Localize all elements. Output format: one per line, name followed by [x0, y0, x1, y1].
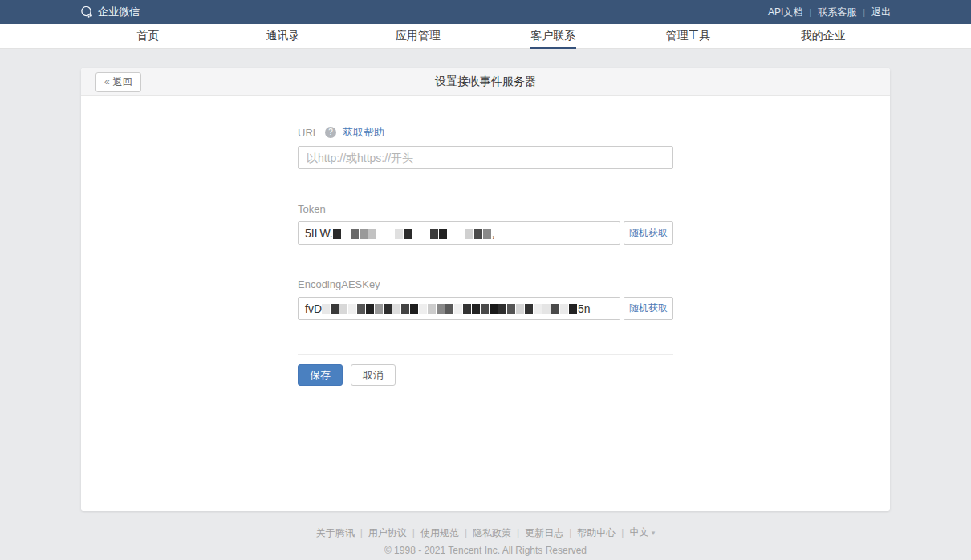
topbar-links: API文档 | 联系客服 | 退出 [768, 6, 891, 19]
separator: | [621, 525, 624, 541]
token-field-group: Token 5ILW. , 随机获取 [298, 203, 673, 245]
aeskey-redaction-mosaic [322, 302, 578, 315]
aeskey-random-generate-button[interactable]: 随机获取 [624, 297, 673, 320]
form-actions: 保存 取消 [298, 364, 673, 386]
footer-link-usage-rules[interactable]: 使用规范 [420, 525, 459, 541]
aeskey-label: EncodingAESKey [298, 278, 380, 290]
nav-tab-home[interactable]: 首页 [80, 24, 215, 49]
aeskey-value-suffix: 5n [578, 302, 591, 315]
chevron-down-icon: ▾ [652, 529, 656, 537]
separator: | [863, 7, 865, 17]
help-icon[interactable]: ? [325, 127, 336, 138]
separator: | [809, 7, 811, 17]
save-button[interactable]: 保存 [298, 364, 343, 386]
copyright-text: © 1998 - 2021 Tencent Inc. All Rights Re… [0, 542, 971, 558]
separator: | [569, 525, 571, 541]
page-title: 设置接收事件服务器 [81, 75, 890, 89]
nav-tab-app-management[interactable]: 应用管理 [351, 24, 486, 49]
aeskey-value-prefix: fvD [305, 302, 322, 315]
separator: | [412, 525, 415, 541]
token-value-suffix: , [492, 227, 495, 240]
footer: 关于腾讯 | 用户协议 | 使用规范 | 隐私政策 | 更新日志 | 帮助中心 … [0, 524, 971, 558]
card-body: URL ? 获取帮助 Token 5ILW. , [81, 96, 890, 386]
token-input[interactable]: 5ILW. , [298, 221, 620, 245]
footer-link-about-tencent[interactable]: 关于腾讯 [316, 525, 355, 541]
footer-link-user-agreement[interactable]: 用户协议 [368, 525, 407, 541]
token-label: Token [298, 203, 326, 215]
separator: | [465, 525, 467, 541]
get-help-link[interactable]: 获取帮助 [343, 125, 384, 140]
aeskey-field-group: EncodingAESKey fvD 5n 随机获取 [298, 278, 673, 320]
footer-link-changelog[interactable]: 更新日志 [525, 525, 563, 541]
separator: | [517, 525, 519, 541]
token-random-generate-button[interactable]: 随机获取 [624, 221, 673, 245]
topbar: 企业微信 API文档 | 联系客服 | 退出 [0, 0, 971, 24]
language-label: 中文 [629, 526, 648, 538]
topbar-link-api-docs[interactable]: API文档 [768, 6, 802, 19]
main-nav: 首页 通讯录 应用管理 客户联系 管理工具 我的企业 [0, 24, 971, 49]
logo-text: 企业微信 [98, 5, 140, 19]
card-header: « 返回 设置接收事件服务器 [81, 68, 890, 96]
server-config-form: URL ? 获取帮助 Token 5ILW. , [298, 125, 673, 386]
url-input[interactable] [298, 146, 673, 169]
nav-tab-admin-tools[interactable]: 管理工具 [620, 24, 755, 49]
cancel-button[interactable]: 取消 [351, 364, 396, 386]
url-field-group: URL ? 获取帮助 [298, 125, 673, 169]
url-label: URL [298, 127, 319, 139]
footer-link-help-center[interactable]: 帮助中心 [577, 525, 616, 541]
footer-link-privacy-policy[interactable]: 隐私政策 [473, 525, 511, 541]
nav-tab-customer-contact[interactable]: 客户联系 [486, 24, 620, 49]
aeskey-input[interactable]: fvD 5n [298, 297, 620, 320]
wecom-logo: 企业微信 [80, 5, 140, 19]
token-value-prefix: 5ILW. [305, 227, 333, 240]
footer-links: 关于腾讯 | 用户协议 | 使用规范 | 隐私政策 | 更新日志 | 帮助中心 … [0, 524, 971, 541]
nav-tab-contacts[interactable]: 通讯录 [215, 24, 350, 49]
topbar-link-support[interactable]: 联系客服 [818, 6, 856, 19]
separator: | [360, 525, 363, 541]
chat-bubble-icon [80, 6, 94, 18]
form-divider [298, 354, 673, 355]
token-redaction-mosaic [333, 227, 492, 240]
main-content: « 返回 设置接收事件服务器 URL ? 获取帮助 [0, 49, 971, 511]
settings-card: « 返回 设置接收事件服务器 URL ? 获取帮助 [81, 68, 890, 511]
language-selector[interactable]: 中文 ▾ [629, 524, 655, 541]
nav-tab-my-company[interactable]: 我的企业 [756, 24, 891, 49]
topbar-link-logout[interactable]: 退出 [871, 6, 891, 19]
